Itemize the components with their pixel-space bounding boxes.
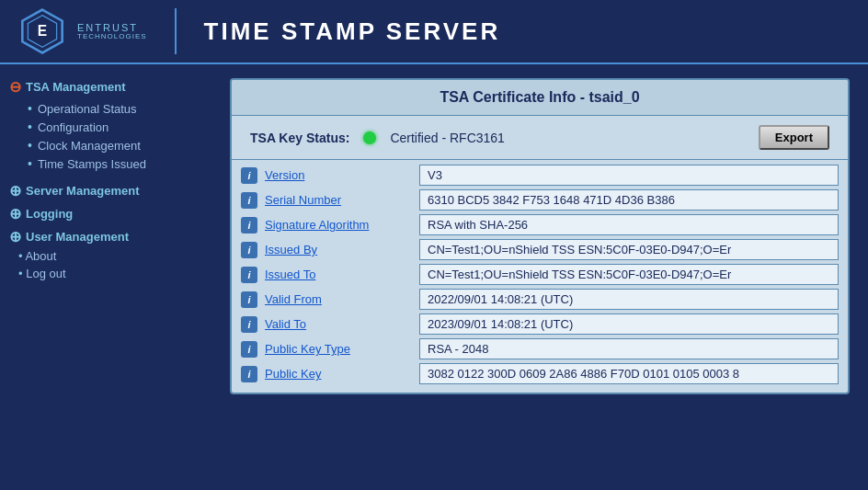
sidebar-item-clock-management[interactable]: Clock Management xyxy=(9,136,202,154)
cert-row-version: iVersionV3 xyxy=(241,165,839,186)
info-icon-valid-from[interactable]: i xyxy=(241,291,257,308)
cert-row-serial-number: iSerial Number6310 BCD5 3842 F753 1648 4… xyxy=(241,189,839,211)
status-dot xyxy=(363,131,376,144)
sidebar-item-configuration[interactable]: Configuration xyxy=(9,118,202,136)
cert-row-issued-to: iIssued ToCN=Test1;OU=nShield TSS ESN:5C… xyxy=(241,264,839,285)
field-label-issued-to[interactable]: Issued To xyxy=(265,268,412,281)
sidebar-item-user-management[interactable]: ⊕ User Management xyxy=(9,224,202,247)
field-value-issued-to: CN=Test1;OU=nShield TSS ESN:5C0F-03E0-D9… xyxy=(419,264,839,285)
field-label-version[interactable]: Version xyxy=(265,168,412,182)
cert-row-public-key: iPublic Key3082 0122 300D 0609 2A86 4886… xyxy=(241,363,839,384)
tsa-status-value: Certified - RFC3161 xyxy=(390,131,505,145)
info-icon-public-key[interactable]: i xyxy=(241,366,257,382)
field-value-public-key-type: RSA - 2048 xyxy=(419,338,839,359)
header: E ENTRUST TECHNOLOGIES TIME STAMP SERVER xyxy=(0,0,868,64)
info-icon-version[interactable]: i xyxy=(241,167,257,184)
collapse-icon: ⊖ xyxy=(9,78,21,96)
field-value-serial-number: 6310 BCD5 3842 F753 1648 471D 4D36 B386 xyxy=(419,189,839,211)
cert-row-signature-algorithm: iSignature AlgorithmRSA with SHA-256 xyxy=(241,214,839,235)
field-label-valid-to[interactable]: Valid To xyxy=(265,317,412,331)
field-value-valid-from: 2022/09/01 14:08:21 (UTC) xyxy=(419,289,839,310)
export-button[interactable]: Export xyxy=(759,125,829,150)
header-divider xyxy=(175,8,177,54)
field-value-public-key: 3082 0122 300D 0609 2A86 4886 F70D 0101 … xyxy=(419,363,839,384)
sidebar-item-server-management[interactable]: ⊕ Server Management xyxy=(9,178,202,201)
header-title: TIME STAMP SERVER xyxy=(204,17,501,46)
expand-icon-user-management: ⊕ xyxy=(9,228,21,245)
field-value-valid-to: 2023/09/01 14:08:21 (UTC) xyxy=(419,313,839,335)
content-area: TSA Certificate Info - tsaid_0 TSA Key S… xyxy=(211,64,868,490)
cert-row-issued-by: iIssued ByCN=Test1;OU=nShield TSS ESN:5C… xyxy=(241,239,839,260)
sidebar-item-operational-status[interactable]: Operational Status xyxy=(9,99,202,118)
field-label-public-key[interactable]: Public Key xyxy=(265,367,412,381)
info-icon-issued-by[interactable]: i xyxy=(241,242,257,258)
expand-icon-logging: ⊕ xyxy=(9,205,21,222)
field-label-serial-number[interactable]: Serial Number xyxy=(265,193,412,207)
info-icon-issued-to[interactable]: i xyxy=(241,267,257,283)
field-label-valid-from[interactable]: Valid From xyxy=(265,292,412,306)
sidebar-item-about[interactable]: About xyxy=(9,247,202,265)
sidebar-item-tsa-management[interactable]: ⊖ TSA Management xyxy=(9,78,202,96)
field-label-issued-by[interactable]: Issued By xyxy=(265,243,412,256)
cert-row-valid-from: iValid From2022/09/01 14:08:21 (UTC) xyxy=(241,289,839,310)
logo-container: E ENTRUST TECHNOLOGIES xyxy=(18,7,147,55)
sidebar-item-time-stamps-issued[interactable]: Time Stamps Issued xyxy=(9,154,202,173)
field-value-version: V3 xyxy=(419,165,839,186)
field-label-public-key-type[interactable]: Public Key Type xyxy=(265,342,412,356)
info-icon-public-key-type[interactable]: i xyxy=(241,341,257,358)
expand-icon: ⊕ xyxy=(9,182,21,199)
svg-text:E: E xyxy=(38,23,47,39)
field-value-issued-by: CN=Test1;OU=nShield TSS ESN:5C0F-03E0-D9… xyxy=(419,239,839,260)
sidebar: ⊖ TSA Management Operational Status Conf… xyxy=(0,64,211,490)
sidebar-item-logout[interactable]: Log out xyxy=(9,265,202,282)
info-icon-valid-to[interactable]: i xyxy=(241,316,257,333)
field-value-signature-algorithm: RSA with SHA-256 xyxy=(419,214,839,235)
entrust-logo: E xyxy=(18,7,66,55)
cert-row-valid-to: iValid To2023/09/01 14:08:21 (UTC) xyxy=(241,313,839,335)
info-icon-signature-algorithm[interactable]: i xyxy=(241,217,257,234)
tsa-status-label: TSA Key Status: xyxy=(250,131,349,145)
cert-panel-header: TSA Certificate Info - tsaid_0 xyxy=(232,80,848,116)
cert-panel: TSA Certificate Info - tsaid_0 TSA Key S… xyxy=(230,78,850,394)
tsa-status-row: TSA Key Status: Certified - RFC3161 Expo… xyxy=(232,116,848,160)
main-layout: ⊖ TSA Management Operational Status Conf… xyxy=(0,64,868,490)
info-icon-serial-number[interactable]: i xyxy=(241,192,257,209)
field-label-signature-algorithm[interactable]: Signature Algorithm xyxy=(265,218,412,232)
sidebar-item-logging[interactable]: ⊕ Logging xyxy=(9,201,202,224)
cert-row-public-key-type: iPublic Key TypeRSA - 2048 xyxy=(241,338,839,359)
cert-rows: iVersionV3iSerial Number6310 BCD5 3842 F… xyxy=(232,160,848,393)
